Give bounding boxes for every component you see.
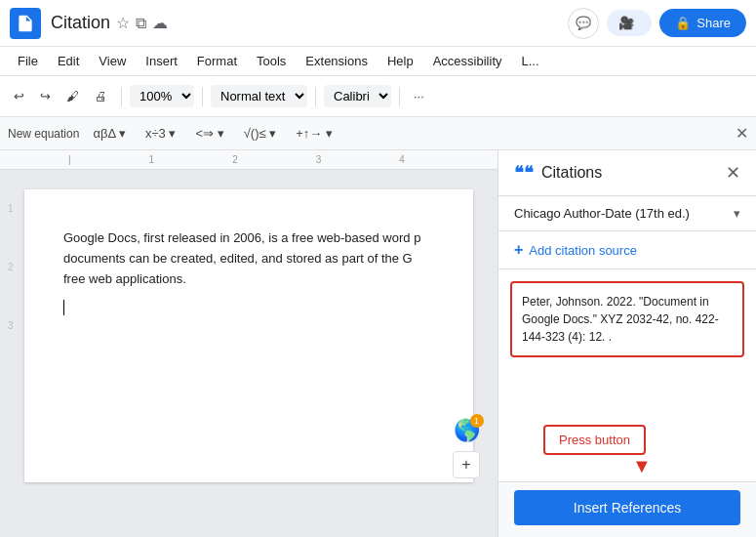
divider-3 (315, 87, 316, 106)
doc-floating-actions: 🌎 1 + (453, 418, 480, 478)
document-area[interactable]: | 1 2 3 4 1 2 3 Google Docs, first relea… (0, 150, 497, 537)
history-icon[interactable]: ⧉ (136, 15, 146, 32)
text-cursor (63, 300, 64, 315)
eq-symbols-4[interactable]: √()≤ ▾ (238, 122, 283, 145)
add-icon: + (514, 241, 523, 259)
eq-symbols-2[interactable]: x÷3 ▾ (139, 122, 181, 145)
app-icon (10, 8, 41, 39)
sidebar-header: ❝❝ Citations ✕ (498, 150, 756, 196)
document-text: Google Docs, first released in 2006, is … (63, 228, 434, 289)
style-select[interactable]: Normal text (211, 85, 307, 107)
share-button[interactable]: 🔒 Share (659, 9, 746, 37)
press-button-label: Press button (543, 425, 646, 455)
menu-format[interactable]: Format (189, 51, 245, 71)
menu-file[interactable]: File (10, 51, 46, 71)
notification-badge: 1 (470, 414, 484, 428)
sidebar-close-button[interactable]: ✕ (726, 162, 740, 184)
top-right-actions: 💬 🎥 🔒 Share (568, 8, 746, 39)
add-doc-button[interactable]: + (453, 451, 480, 478)
document-page[interactable]: Google Docs, first released in 2006, is … (24, 189, 473, 482)
sidebar-title: Citations (541, 164, 726, 182)
paint-format-button[interactable]: 🖌 (60, 85, 85, 107)
divider-2 (202, 87, 203, 106)
title-action-icons: ☆ ⧉ ☁ (116, 14, 168, 32)
document-title: Citation (51, 13, 110, 33)
redo-button[interactable]: ↪ (34, 85, 57, 107)
meet-button[interactable]: 🎥 (607, 10, 652, 36)
undo-button[interactable]: ↩ (8, 85, 30, 107)
equation-close-button[interactable]: ✕ (736, 124, 748, 143)
top-bar: Citation ☆ ⧉ ☁ 💬 🎥 🔒 Share (0, 0, 756, 47)
chat-button[interactable]: 💬 (568, 8, 599, 39)
menu-tools[interactable]: Tools (249, 51, 294, 71)
divider-4 (399, 87, 400, 106)
lock-icon: 🔒 (675, 16, 691, 30)
menu-view[interactable]: View (91, 51, 134, 71)
menu-more[interactable]: L... (514, 51, 547, 71)
eq-symbols-5[interactable]: +↑→ ▾ (290, 122, 338, 145)
arrow-down-icon: ▼ (543, 455, 740, 477)
font-select[interactable]: Calibri (324, 85, 391, 107)
press-button-annotation: Press button ▼ (498, 425, 756, 477)
menu-edit[interactable]: Edit (50, 51, 87, 71)
share-label: Share (696, 16, 731, 30)
citation-card[interactable]: Peter, Johnson. 2022. "Document in Googl… (510, 281, 744, 357)
menu-extensions[interactable]: Extensions (298, 51, 376, 71)
sidebar-footer: Insert References (498, 481, 756, 537)
menu-bar: File Edit View Insert Format Tools Exten… (0, 47, 756, 76)
citation-style-selector[interactable]: Chicago Author-Date (17th ed.) ▾ (498, 196, 756, 231)
sidebar-spacer (498, 369, 756, 425)
equation-bar: New equation αβΔ ▾ x÷3 ▾ <⇒ ▾ √()≤ ▾ +↑→… (0, 117, 756, 150)
menu-insert[interactable]: Insert (138, 51, 185, 71)
citations-icon: ❝❝ (514, 162, 534, 184)
toolbar: ↩ ↪ 🖌 🖨 100% Normal text Calibri ··· (0, 76, 756, 117)
add-citation-button[interactable]: + Add citation source (498, 231, 756, 269)
equation-label: New equation (8, 127, 79, 141)
citation-text: Peter, Johnson. 2022. "Document in Googl… (522, 295, 719, 344)
citation-style-label: Chicago Author-Date (17th ed.) (514, 206, 690, 221)
citation-style-chevron-icon: ▾ (734, 206, 740, 221)
eq-symbols-3[interactable]: <⇒ ▾ (189, 122, 229, 145)
ruler: | 1 2 3 4 (0, 150, 497, 170)
divider-1 (121, 87, 122, 106)
more-options-button[interactable]: ··· (408, 85, 430, 107)
menu-help[interactable]: Help (379, 51, 421, 71)
main-area: | 1 2 3 4 1 2 3 Google Docs, first relea… (0, 150, 756, 537)
citations-sidebar: ❝❝ Citations ✕ Chicago Author-Date (17th… (497, 150, 756, 537)
insert-references-button[interactable]: Insert References (514, 490, 740, 525)
meet-icon: 🎥 (618, 16, 634, 30)
print-button[interactable]: 🖨 (89, 85, 113, 107)
star-icon[interactable]: ☆ (116, 14, 130, 32)
cloud-icon[interactable]: ☁ (152, 14, 168, 32)
add-citation-label: Add citation source (529, 243, 637, 258)
emoji-button[interactable]: 🌎 1 (454, 418, 480, 443)
zoom-select[interactable]: 100% (130, 85, 194, 107)
menu-accessibility[interactable]: Accessibility (425, 51, 510, 71)
eq-symbols-1[interactable]: αβΔ ▾ (87, 122, 132, 145)
